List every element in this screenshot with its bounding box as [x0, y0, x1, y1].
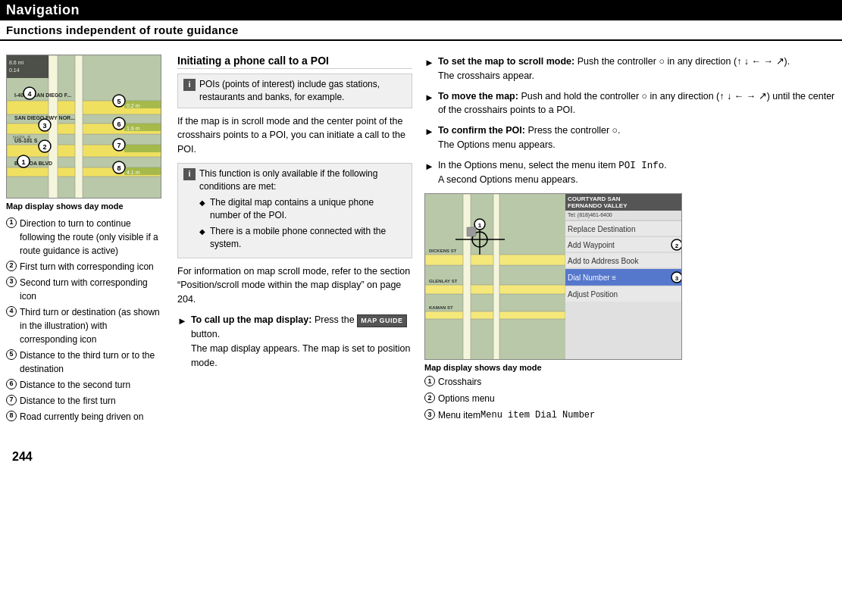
- item-num-6: 6: [6, 379, 17, 389]
- item-num-5: 5: [6, 349, 17, 360]
- page-header: Navigation: [0, 0, 842, 20]
- info-box-2: i This function is only available if the…: [177, 163, 412, 258]
- left-map-caption: Map display shows day mode: [6, 202, 165, 211]
- item-num-1: 1: [6, 217, 17, 228]
- right-map-image: DICKENS ST GLENLAY ST KAMAN ST 1 COURTYA…: [424, 193, 682, 360]
- svg-text:0.14: 0.14: [9, 67, 20, 73]
- info-box-1: i POIs (points of interest) include gas …: [177, 73, 412, 108]
- svg-text:FERNANDO VALLEY: FERNANDO VALLEY: [568, 202, 628, 209]
- svg-rect-6: [75, 55, 83, 199]
- svg-text:3: 3: [675, 275, 679, 282]
- svg-text:DICKENS ST: DICKENS ST: [429, 249, 457, 253]
- svg-text:3: 3: [42, 122, 46, 130]
- arrow-icon: ►: [424, 124, 434, 139]
- svg-text:8: 8: [117, 164, 121, 172]
- bullet-item: ◆ The digital map contains a unique phon…: [199, 196, 406, 222]
- svg-text:2: 2: [42, 143, 46, 151]
- section-header: Functions independent of route guidance: [0, 20, 842, 41]
- list-item: 7 Distance to the first turn: [6, 394, 165, 408]
- svg-text:1.9 m: 1.9 m: [127, 126, 140, 131]
- list-item: 2 Options menu: [424, 392, 836, 406]
- left-map-image: I-405 S,SAN DIEGO F... SAN DIEGO FWY NOR…: [6, 55, 161, 199]
- arrow-icon: ►: [424, 90, 434, 105]
- right-map-caption: Map display shows day mode: [424, 363, 836, 372]
- item-num-2: 2: [6, 261, 17, 271]
- item-num-4: 4: [6, 306, 17, 317]
- svg-rect-42: [463, 194, 471, 360]
- item-num-8: 8: [6, 411, 17, 421]
- info-icon-1: i: [183, 79, 196, 91]
- svg-text:4.1 m: 4.1 m: [127, 170, 140, 175]
- list-item: 3 Menu item Menu item Dial Number: [424, 408, 836, 423]
- svg-text:8.6 mi: 8.6 mi: [9, 60, 24, 65]
- svg-text:NAPA, B: NAPA, B: [13, 135, 30, 139]
- svg-rect-43: [493, 194, 499, 360]
- bullet-item: ◆ There is a mobile phone connected with…: [199, 225, 406, 251]
- info-icon-2: i: [183, 168, 196, 180]
- svg-text:Tel: (818)461-6400: Tel: (818)461-6400: [568, 212, 612, 218]
- item-num-7: 7: [6, 395, 17, 405]
- content-area: I-405 S,SAN DIEGO F... SAN DIEGO FWY NOR…: [0, 48, 842, 432]
- middle-column: Initiating a phone call to a POI i POIs …: [177, 55, 412, 426]
- svg-text:5: 5: [117, 98, 121, 105]
- list-item: 6 Distance to the second turn: [6, 378, 165, 392]
- subsection-title: Initiating a phone call to a POI: [177, 55, 412, 69]
- arrow-icon: ►: [424, 159, 434, 174]
- arrow-icon: ►: [424, 55, 434, 70]
- svg-text:Add Waypoint: Add Waypoint: [568, 241, 615, 249]
- svg-text:4: 4: [27, 90, 31, 98]
- svg-text:KAMAN ST: KAMAN ST: [429, 305, 453, 310]
- list-item: 8 Road currently being driven on: [6, 410, 165, 424]
- body-text-2: For information on map scroll mode, refe…: [177, 264, 412, 307]
- svg-text:6: 6: [117, 120, 121, 128]
- svg-text:Dial Number ≡: Dial Number ≡: [568, 274, 616, 282]
- page-title: Navigation: [6, 2, 80, 17]
- arrow-move-map: ► To move the map: Push and hold the con…: [424, 89, 836, 118]
- svg-text:1: 1: [21, 158, 25, 166]
- right-item-num-3: 3: [424, 409, 435, 420]
- map-guide-button: MAP GUIDE: [357, 314, 406, 328]
- page-number: 244: [6, 447, 842, 467]
- arrow-scroll-mode: ► To set the map to scroll mode: Push th…: [424, 55, 836, 83]
- svg-text:2: 2: [675, 242, 679, 249]
- svg-rect-52: [467, 227, 476, 236]
- arrow-options-menu: ► In the Options menu, select the menu i…: [424, 158, 836, 188]
- right-item-num-2: 2: [424, 392, 435, 403]
- right-list: 1 Crosshairs 2 Options menu 3 Menu item …: [424, 375, 836, 424]
- right-column: ► To set the map to scroll mode: Push th…: [424, 55, 836, 426]
- list-item: 1 Crosshairs: [424, 375, 836, 389]
- arrow-confirm-poi: ► To confirm the POI: Press the controll…: [424, 124, 836, 152]
- right-item-num-1: 1: [424, 376, 435, 386]
- svg-rect-11: [7, 55, 49, 78]
- svg-text:7: 7: [117, 142, 121, 149]
- item-num-3: 3: [6, 277, 17, 287]
- left-list: 1 Direction to turn to continue followin…: [6, 217, 165, 424]
- svg-text:GLENLAY ST: GLENLAY ST: [429, 279, 458, 283]
- list-item: 3 Second turn with corresponding icon: [6, 276, 165, 303]
- list-item: 2 First turn with corresponding icon: [6, 260, 165, 274]
- svg-text:0.2 m: 0.2 m: [127, 103, 140, 108]
- arrow-call-up-map: ► To call up the map display: Press the …: [177, 313, 412, 371]
- body-text-1: If the map is in scroll mode and the cen…: [177, 114, 412, 157]
- svg-text:Adjust Position: Adjust Position: [568, 290, 618, 299]
- svg-text:Add to Address Book: Add to Address Book: [568, 257, 639, 265]
- svg-rect-18: [124, 145, 161, 152]
- left-column: I-405 S,SAN DIEGO F... SAN DIEGO FWY NOR…: [6, 55, 165, 426]
- arrow-icon: ►: [177, 314, 187, 329]
- list-item: 5 Distance to the third turn or to the d…: [6, 349, 165, 376]
- list-item: 4 Third turn or destination (as shown in…: [6, 305, 165, 346]
- svg-text:COURTYARD SAN: COURTYARD SAN: [568, 195, 621, 202]
- svg-text:Replace Destination: Replace Destination: [568, 225, 636, 233]
- list-item: 1 Direction to turn to continue followin…: [6, 217, 165, 258]
- svg-text:1: 1: [478, 222, 482, 229]
